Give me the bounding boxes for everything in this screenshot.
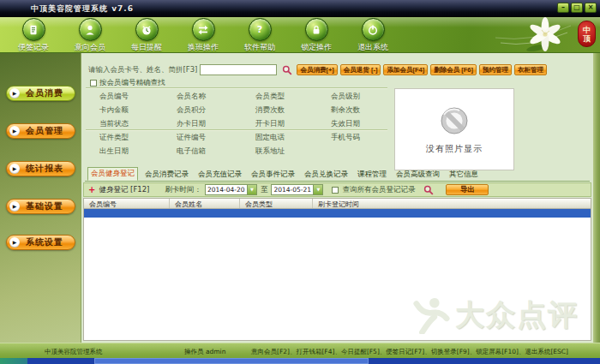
- member-refund-button[interactable]: 会员退货 [-]: [340, 64, 381, 75]
- play-icon: ▶: [9, 201, 20, 212]
- date-from-field: 2014-04-20 ▼: [205, 184, 257, 195]
- daily-reminder-button[interactable]: 每日提醒: [118, 18, 175, 53]
- sidebar-item-member-manage[interactable]: ▶ 会员管理: [6, 123, 75, 139]
- software-help-button[interactable]: ? 软件帮助: [231, 18, 288, 53]
- sidebar-item-basic-settings[interactable]: ▶ 基础设置: [6, 199, 75, 214]
- register-table-body: 大众点评: [83, 218, 591, 341]
- delete-member-button[interactable]: 删除会员 [F6]: [430, 64, 477, 75]
- fitness-register-button[interactable]: 健身登记 [F12]: [99, 185, 149, 195]
- member-action-buttons: 会员消费[+] 会员退货 [-] 添加会员[F4] 删除会员 [F6] 预约管理…: [297, 64, 547, 75]
- toolbar: 便签记录 意向会员 每日提醒 换班操作 ? 软件帮助: [0, 17, 600, 53]
- sidebar-item-label: 基础设置: [20, 200, 69, 212]
- form-row: 卡内金额 会员积分 消费次数 剩余次数: [81, 105, 390, 116]
- field-consume-count: 消费次数: [255, 105, 331, 116]
- search-row: 请输入会员卡号、姓名、简拼[F3] 会员消费[+] 会员退货 [-] 添加会员[…: [88, 63, 590, 76]
- power-icon: [362, 18, 385, 41]
- windows-taskbar[interactable]: [0, 358, 600, 364]
- statusbar-shortcuts: 意向会员[F2]、打开钱箱[F4]、今日提醒[F5]、便签日记[F7]、切换登录…: [251, 348, 568, 356]
- sidebar-item-label: 会员消费: [20, 87, 69, 99]
- shift-change-button[interactable]: 换班操作: [175, 18, 231, 53]
- sidebar-item-statistics[interactable]: ▶ 统计报表: [6, 161, 75, 176]
- sidebar-item-label: 系统设置: [20, 236, 69, 248]
- exact-search-checkbox[interactable]: [90, 80, 97, 87]
- statusbar-operator: 操作员 admin: [184, 348, 225, 356]
- minimize-button[interactable]: –: [557, 3, 569, 13]
- add-register-icon: +: [88, 186, 95, 194]
- field-card-balance: 卡内金额: [99, 105, 177, 116]
- member-consume-button[interactable]: 会员消费[+]: [297, 64, 337, 75]
- tab-recharge-records[interactable]: 会员充值记录: [195, 169, 244, 181]
- wardrobe-manage-button[interactable]: 衣柜管理: [514, 64, 547, 75]
- window-controls: – □ ×: [557, 3, 597, 13]
- filter-bar: + 健身登记 [F12] 刷卡时间： 2014-04-20 ▼ 至 2014-0…: [83, 182, 591, 197]
- field-member-points: 会员积分: [177, 105, 255, 116]
- column-header[interactable]: 会员姓名: [170, 199, 240, 208]
- divider: [86, 129, 387, 130]
- toolbar-button-label: 每日提醒: [131, 42, 162, 53]
- tab-fitness-register[interactable]: 会员健身登记: [87, 167, 138, 181]
- statusbar-app-name: 中顶美容院管理系统: [45, 348, 103, 356]
- date-to-value[interactable]: 2014-05-21: [272, 186, 313, 194]
- toolbar-button-label: 锁定操作: [301, 42, 332, 53]
- field-landline: 固定电话: [255, 133, 331, 143]
- sidebar-item-label: 会员管理: [20, 125, 69, 137]
- toolbar-button-label: 软件帮助: [244, 42, 275, 53]
- alarm-clock-icon: [135, 18, 159, 41]
- field-email: 电子信箱: [177, 146, 255, 157]
- member-photo-box: 没有照片显示: [394, 88, 514, 170]
- column-header[interactable]: 会员编号: [84, 199, 170, 208]
- zhongding-brand-seal: 中顶: [578, 21, 596, 47]
- sidebar-item-member-consume[interactable]: ▶ 会员消费: [6, 86, 75, 101]
- add-member-button[interactable]: 添加会员[F4]: [383, 64, 428, 75]
- register-table-header: 会员编号 会员姓名 会员类型 刷卡登记时间: [83, 198, 591, 209]
- main-panel: 请输入会员卡号、姓名、简拼[F3] 会员消费[+] 会员退货 [-] 添加会员[…: [81, 53, 593, 343]
- sidebar: ▶ 会员消费 ▶ 会员管理 ▶ 统计报表 ▶ 基础设置 ▶ 系统设置: [0, 53, 81, 343]
- toolbar-button-label: 便签记录: [18, 42, 49, 53]
- field-remaining-count: 剩余次数: [331, 105, 390, 116]
- toolbar-button-label: 换班操作: [188, 42, 219, 53]
- export-button[interactable]: 导出: [446, 184, 489, 195]
- column-header[interactable]: 刷卡登记时间: [313, 199, 591, 208]
- swipe-time-label: 刷卡时间：: [165, 185, 201, 195]
- watermark-text: 大众点评: [455, 295, 579, 335]
- field-member-id: 会员编号: [99, 92, 177, 102]
- intent-member-button[interactable]: 意向会员: [62, 18, 118, 53]
- exit-system-button[interactable]: 退出系统: [345, 18, 401, 53]
- tab-consume-records[interactable]: 会员消费记录: [142, 169, 191, 181]
- query-search-icon[interactable]: [423, 185, 434, 195]
- appointment-manage-button[interactable]: 预约管理: [479, 64, 512, 75]
- search-input[interactable]: [200, 64, 277, 75]
- form-row: 证件类型 证件编号 固定电话 手机号码: [81, 133, 390, 143]
- close-button[interactable]: ×: [585, 3, 597, 13]
- field-expire-date: 失效日期: [331, 119, 390, 129]
- lock-icon: [305, 18, 328, 41]
- column-header[interactable]: 会员类型: [240, 199, 313, 208]
- search-icon[interactable]: [282, 65, 292, 75]
- sidebar-item-system-settings[interactable]: ▶ 系统设置: [6, 235, 75, 250]
- note-record-button[interactable]: 便签记录: [5, 18, 62, 53]
- window-right-border: [593, 53, 600, 343]
- tab-exchange-records[interactable]: 会员兑换记录: [302, 169, 351, 181]
- no-photo-text: 没有照片显示: [426, 143, 483, 155]
- query-all-checkbox[interactable]: [332, 187, 339, 194]
- date-from-value[interactable]: 2014-04-20: [206, 186, 247, 194]
- start-button-fragment[interactable]: [0, 358, 27, 364]
- lock-button[interactable]: 锁定操作: [288, 18, 345, 53]
- field-member-type: 会员类型: [255, 92, 331, 102]
- date-to-field: 2014-05-21 ▼: [271, 184, 323, 195]
- tab-course-manage[interactable]: 课程管理: [355, 169, 389, 181]
- chevron-down-icon[interactable]: ▼: [313, 185, 322, 194]
- toolbar-button-label: 退出系统: [357, 42, 388, 53]
- toolbar-button-label: 意向会员: [75, 42, 105, 53]
- tab-other-info[interactable]: 其它信息: [447, 169, 481, 181]
- window-title: 中顶美容院管理系统 v7.6: [31, 3, 134, 15]
- field-mobile: 手机号码: [331, 133, 390, 143]
- restore-button[interactable]: □: [571, 3, 583, 13]
- field-member-name: 会员名称: [177, 92, 255, 102]
- selected-empty-row[interactable]: [83, 209, 591, 218]
- tab-advanced-query[interactable]: 会员高级查询: [393, 169, 442, 181]
- taskbar-app-fragment[interactable]: [94, 358, 369, 364]
- toolbar-buttons: 便签记录 意向会员 每日提醒 换班操作 ? 软件帮助: [5, 18, 401, 53]
- tab-event-records[interactable]: 会员事件记录: [249, 169, 297, 181]
- chevron-down-icon[interactable]: ▼: [247, 185, 256, 194]
